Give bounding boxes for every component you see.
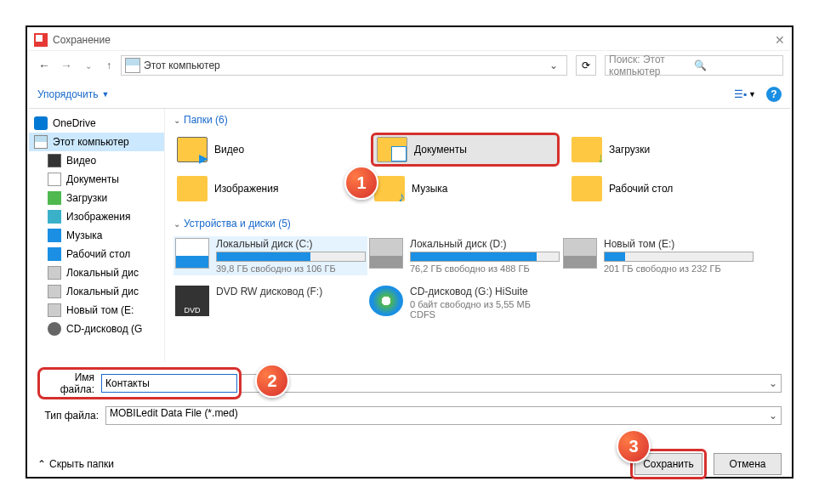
pc-icon xyxy=(34,135,48,149)
folder-label: Музыка xyxy=(412,183,447,195)
app-icon xyxy=(34,33,48,47)
sidebar-item[interactable]: Изображения xyxy=(29,207,164,226)
sidebar-item-label: Новый том (E: xyxy=(66,304,134,316)
folder-label: Документы xyxy=(414,144,467,156)
callout-3: 3 xyxy=(617,429,651,463)
callout-1: 1 xyxy=(344,166,378,200)
sidebar-item[interactable]: Новый том (E: xyxy=(29,301,164,320)
chevron-down-icon[interactable]: ⌄ xyxy=(769,377,777,389)
pc-icon xyxy=(125,58,140,73)
folder-icon xyxy=(377,137,407,162)
drv-icon xyxy=(48,303,61,317)
folder-item[interactable]: Рабочий стол xyxy=(568,172,757,206)
cancel-button[interactable]: Отмена xyxy=(714,453,782,475)
sidebar-item[interactable]: Видео xyxy=(29,151,164,170)
filetype-select[interactable]: MOBILedit Data File (*.med)⌄ xyxy=(105,406,782,425)
drive-free: 201 ГБ свободно из 232 ГБ xyxy=(604,263,754,274)
location-text: Этот компьютер xyxy=(144,59,544,71)
drive-free: 39,8 ГБ свободно из 106 ГБ xyxy=(216,263,366,274)
folder-label: Загрузки xyxy=(609,144,650,156)
hide-folders-button[interactable]: ⌃Скрыть папки xyxy=(37,458,114,470)
drive-name: Новый том (E:) xyxy=(604,238,754,250)
sidebar-item-label: Видео xyxy=(66,155,96,167)
back-button[interactable]: ← xyxy=(36,59,53,72)
cd-icon xyxy=(369,286,403,316)
path-dropdown[interactable]: ⌄ xyxy=(544,59,563,71)
drive-item[interactable]: Локальный диск (D:)76,2 ГБ свободно из 4… xyxy=(367,236,561,275)
sidebar-item[interactable]: Этот компьютер xyxy=(29,133,164,151)
drive-name: CD-дисковод (G:) HiSuite xyxy=(410,286,560,297)
toolbar: Упорядочить▼ ☰▪▼ ? xyxy=(29,80,790,109)
sidebar-item[interactable]: Загрузки xyxy=(29,189,164,207)
drive-item[interactable]: DVDDVD RW дисковод (F:) xyxy=(173,284,367,321)
drive-icon xyxy=(563,238,597,269)
vid-icon xyxy=(48,154,61,167)
nav-bar: ← → ⌄ ↑ Этот компьютер ⌄ ⟳ Поиск: Этот к… xyxy=(29,51,790,80)
sidebar-item-label: Изображения xyxy=(66,211,130,223)
sidebar-item[interactable]: Локальный дис xyxy=(29,263,164,282)
footer: ⌃Скрыть папки Сохранить Отмена xyxy=(29,442,790,486)
cd-icon xyxy=(48,322,61,336)
folder-item[interactable]: Видео xyxy=(173,133,362,167)
up-button[interactable]: ↑ xyxy=(102,59,116,71)
recent-dropdown[interactable]: ⌄ xyxy=(80,61,97,71)
sidebar-item-label: Документы xyxy=(66,173,119,185)
filename-label: Имя файла: xyxy=(42,371,101,395)
dvd-icon: DVD xyxy=(175,286,209,316)
callout-2: 2 xyxy=(255,364,289,398)
folder-icon xyxy=(177,176,208,201)
folder-icon xyxy=(374,176,405,201)
drives-group-header[interactable]: ⌄Устройства и диски (5) xyxy=(173,218,782,229)
sidebar: OneDriveЭтот компьютерВидеоДокументыЗагр… xyxy=(29,109,165,362)
search-icon[interactable]: 🔍 xyxy=(694,59,779,71)
filename-highlight: Имя файла: xyxy=(37,367,242,399)
sidebar-item[interactable]: Рабочий стол xyxy=(29,245,164,263)
address-bar[interactable]: Этот компьютер ⌄ xyxy=(121,55,567,76)
drive-free: 76,2 ГБ свободно из 488 ГБ xyxy=(410,263,560,274)
sidebar-item[interactable]: Локальный дис xyxy=(29,282,164,301)
folders-group-header[interactable]: ⌄Папки (6) xyxy=(173,114,782,126)
organize-button[interactable]: Упорядочить▼ xyxy=(37,88,109,100)
doc-icon xyxy=(48,173,61,186)
sidebar-item-label: Рабочий стол xyxy=(66,248,130,260)
view-button[interactable]: ☰▪▼ xyxy=(734,88,756,100)
refresh-button[interactable]: ⟳ xyxy=(576,55,596,76)
drive-item[interactable]: Новый том (E:)201 ГБ свободно из 232 ГБ xyxy=(561,236,755,275)
search-input[interactable]: Поиск: Этот компьютер 🔍 xyxy=(605,55,783,76)
cloud-icon xyxy=(34,116,48,130)
drive-name: Локальный диск (D:) xyxy=(410,238,560,250)
folder-item[interactable]: Изображения xyxy=(173,172,362,206)
drive-name: Локальный диск (C:) xyxy=(216,238,366,250)
folder-item[interactable]: Загрузки xyxy=(568,133,757,167)
sidebar-item[interactable]: Музыка xyxy=(29,226,164,245)
mus-icon xyxy=(48,229,61,242)
drv-icon xyxy=(48,285,61,298)
close-icon[interactable]: ✕ xyxy=(775,33,785,47)
forward-button[interactable]: → xyxy=(58,59,75,72)
chevron-down-icon[interactable]: ⌄ xyxy=(769,410,777,422)
folder-icon xyxy=(572,137,602,162)
content-pane: ⌄Папки (6) ВидеоДокументыЗагрузкиИзображ… xyxy=(165,109,790,362)
help-button[interactable]: ? xyxy=(766,87,782,102)
sidebar-item[interactable]: OneDrive xyxy=(29,114,164,133)
drive-item[interactable]: CD-дисковод (G:) HiSuite0 байт свободно … xyxy=(367,284,561,321)
folder-label: Видео xyxy=(214,144,244,156)
sidebar-item[interactable]: Документы xyxy=(29,170,164,189)
sidebar-item[interactable]: CD-дисковод (G xyxy=(29,320,164,338)
folder-label: Рабочий стол xyxy=(609,183,673,195)
filename-combo-rest[interactable]: ⌄ xyxy=(242,374,782,393)
drive-item[interactable]: Локальный диск (C:)39,8 ГБ свободно из 1… xyxy=(173,236,367,275)
title-bar: Сохранение ✕ xyxy=(29,29,790,51)
desk-icon xyxy=(48,247,61,261)
sidebar-item-label: Локальный дис xyxy=(66,267,139,279)
folder-item[interactable]: Музыка xyxy=(371,172,560,206)
sidebar-item-label: Музыка xyxy=(66,229,102,241)
folder-icon xyxy=(177,137,208,162)
sidebar-item-label: Загрузки xyxy=(66,192,107,204)
folder-item[interactable]: Документы xyxy=(371,133,560,167)
filename-input[interactable] xyxy=(101,374,237,393)
sidebar-item-label: Этот компьютер xyxy=(53,136,129,148)
form-area: Имя файла: ⌄ Тип файла: MOBILedit Data F… xyxy=(29,362,790,442)
sidebar-item-label: Локальный дис xyxy=(66,286,139,297)
dwn-icon xyxy=(48,191,61,205)
